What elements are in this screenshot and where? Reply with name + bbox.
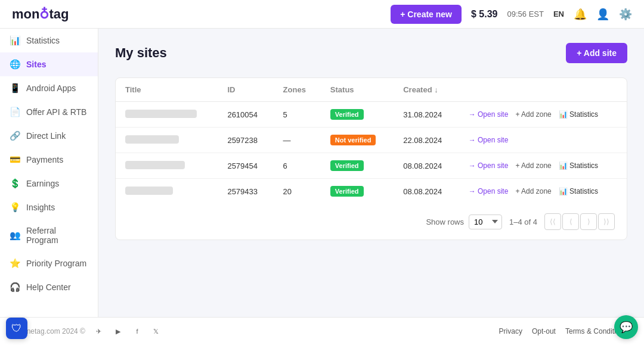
facebook-icon[interactable]: f: [131, 325, 144, 338]
sidebar-item-sites[interactable]: 🌐 Sites: [0, 52, 98, 76]
site-zones-cell: 6: [274, 153, 321, 179]
col-zones: Zones: [274, 78, 321, 102]
sidebar-item-insights[interactable]: 💡 Insights: [0, 195, 98, 219]
table-row: 2597238 — Not verified 22.08.2024 → Open…: [116, 128, 627, 153]
balance-display: $ 5.39: [471, 9, 497, 20]
sidebar-item-payments[interactable]: 💳 Payments: [0, 148, 98, 172]
social-icons: ✈ ▶ f 𝕏: [92, 325, 163, 338]
earnings-icon: 💲: [10, 178, 20, 189]
site-title-cell: [116, 179, 218, 204]
open-site-button[interactable]: → Open site: [469, 161, 509, 170]
actions-group: → Open site + Add zone 📊 Statistics: [469, 110, 617, 119]
main-content: My sites + Add site Title ID Zones Statu…: [98, 29, 644, 317]
sidebar-item-help-label: Help Center: [26, 282, 71, 292]
header-right: + Create new $ 5.39 09:56 EST EN 🔔 👤 ⚙️: [391, 5, 632, 24]
add-zone-button[interactable]: + Add zone: [515, 110, 551, 119]
page-navigation: ⟨⟨ ⟨ ⟩ ⟩⟩: [544, 213, 615, 230]
direct-link-icon: 🔗: [10, 130, 20, 141]
language-selector[interactable]: EN: [553, 10, 564, 18]
first-page-button[interactable]: ⟨⟨: [544, 213, 561, 230]
site-id-cell: 2579433: [218, 179, 273, 204]
page-title: My sites: [115, 45, 167, 61]
twitter-icon[interactable]: 𝕏: [150, 325, 163, 338]
site-name-placeholder: [125, 187, 173, 195]
sidebar-item-statistics[interactable]: 📊 Statistics: [0, 29, 98, 52]
chat-button[interactable]: 💬: [614, 315, 638, 339]
add-zone-button[interactable]: + Add zone: [515, 187, 551, 195]
sites-icon: 🌐: [10, 59, 20, 70]
offer-api-icon: 📄: [10, 107, 20, 117]
col-title: Title: [116, 78, 218, 102]
shield-badge[interactable]: 🛡: [6, 318, 27, 339]
opt-out-link[interactable]: Opt-out: [532, 327, 556, 335]
table-row: 2610054 5 Verified 31.08.2024 → Open sit…: [116, 102, 627, 128]
statistics-button[interactable]: 📊 Statistics: [559, 161, 598, 170]
next-page-button[interactable]: ⟩: [580, 213, 597, 230]
referral-icon: 👥: [10, 230, 20, 241]
account-icon[interactable]: 👤: [596, 8, 609, 21]
show-rows-label: Show rows: [426, 217, 464, 226]
actions-group: → Open site + Add zone 📊 Statistics: [469, 187, 617, 195]
priority-icon: ⭐: [10, 258, 20, 269]
sites-table: Title ID Zones Status Created ↓ 2610054: [116, 78, 627, 204]
statistics-button[interactable]: 📊 Statistics: [559, 110, 598, 119]
col-actions: [459, 78, 627, 102]
create-new-button[interactable]: + Create new: [391, 5, 462, 24]
sidebar: 📊 Statistics 🌐 Sites 📱 Android Apps 📄 Of…: [0, 29, 98, 317]
site-created-cell: 22.08.2024: [394, 128, 459, 153]
open-site-button[interactable]: → Open site: [469, 136, 509, 144]
site-actions-cell: → Open site: [459, 128, 627, 153]
add-site-button[interactable]: + Add site: [566, 43, 627, 63]
open-site-button[interactable]: → Open site: [469, 187, 509, 195]
open-site-button[interactable]: → Open site: [469, 110, 509, 119]
sidebar-item-insights-label: Insights: [26, 203, 55, 212]
status-badge: Verified: [330, 160, 364, 171]
site-zones-cell: —: [274, 128, 321, 153]
site-status-cell: Verified: [321, 179, 394, 204]
table-row: 2579454 6 Verified 08.08.2024 → Open sit…: [116, 153, 627, 179]
prev-page-button[interactable]: ⟨: [562, 213, 579, 230]
add-zone-button[interactable]: + Add zone: [515, 161, 551, 170]
sidebar-item-earnings[interactable]: 💲 Earnings: [0, 172, 98, 195]
sidebar-item-referral-program[interactable]: 👥 Referral Program: [0, 219, 98, 251]
settings-icon[interactable]: ⚙️: [619, 8, 632, 21]
main-area: 📊 Statistics 🌐 Sites 📱 Android Apps 📄 Of…: [0, 29, 644, 317]
notifications-icon[interactable]: 🔔: [574, 8, 587, 21]
page-info: 1–4 of 4: [509, 217, 537, 226]
sidebar-item-priority-program[interactable]: ⭐ Priority Program: [0, 251, 98, 275]
statistics-button[interactable]: 📊 Statistics: [559, 187, 598, 195]
site-name-placeholder: [125, 135, 179, 144]
status-badge: Verified: [330, 109, 364, 120]
logo[interactable]: mon♁tag: [12, 7, 69, 22]
rows-per-page-select[interactable]: 10 25 50 100: [469, 215, 502, 229]
show-rows-group: Show rows 10 25 50 100: [426, 215, 502, 229]
sidebar-item-offer-api-rtb[interactable]: 📄 Offer API & RTB: [0, 100, 98, 124]
status-badge: Not verified: [330, 135, 376, 145]
site-actions-cell: → Open site + Add zone 📊 Statistics: [459, 153, 627, 179]
footer-links: Privacy Opt-out Terms & Conditions: [499, 327, 627, 335]
sidebar-item-direct-link[interactable]: 🔗 Direct Link: [0, 124, 98, 148]
footer: Monetag.com 2024 © ✈ ▶ f 𝕏 Privacy Opt-o…: [0, 317, 644, 345]
pagination: Show rows 10 25 50 100 1–4 of 4 ⟨⟨ ⟨ ⟩: [116, 204, 627, 240]
statistics-icon: 📊: [10, 35, 20, 46]
sidebar-item-statistics-label: Statistics: [26, 36, 60, 45]
last-page-button[interactable]: ⟩⟩: [598, 213, 615, 230]
col-created[interactable]: Created ↓: [394, 78, 459, 102]
youtube-icon[interactable]: ▶: [112, 325, 125, 338]
sidebar-item-android-apps[interactable]: 📱 Android Apps: [0, 76, 98, 100]
site-status-cell: Verified: [321, 102, 394, 128]
telegram-icon[interactable]: ✈: [92, 325, 106, 338]
sidebar-item-help-center[interactable]: 🎧 Help Center: [0, 275, 98, 299]
site-name-placeholder: [125, 110, 197, 118]
site-zones-cell: 20: [274, 179, 321, 204]
sidebar-item-android-label: Android Apps: [26, 83, 76, 93]
privacy-link[interactable]: Privacy: [499, 327, 522, 335]
site-actions-cell: → Open site + Add zone 📊 Statistics: [459, 102, 627, 128]
actions-group: → Open site: [469, 136, 617, 144]
site-title-cell: [116, 153, 218, 179]
sidebar-item-priority-label: Priority Program: [26, 259, 86, 268]
site-id-cell: 2610054: [218, 102, 273, 128]
col-id: ID: [218, 78, 273, 102]
sidebar-item-offer-label: Offer API & RTB: [26, 107, 86, 117]
sites-table-container: Title ID Zones Status Created ↓ 2610054: [115, 77, 627, 240]
